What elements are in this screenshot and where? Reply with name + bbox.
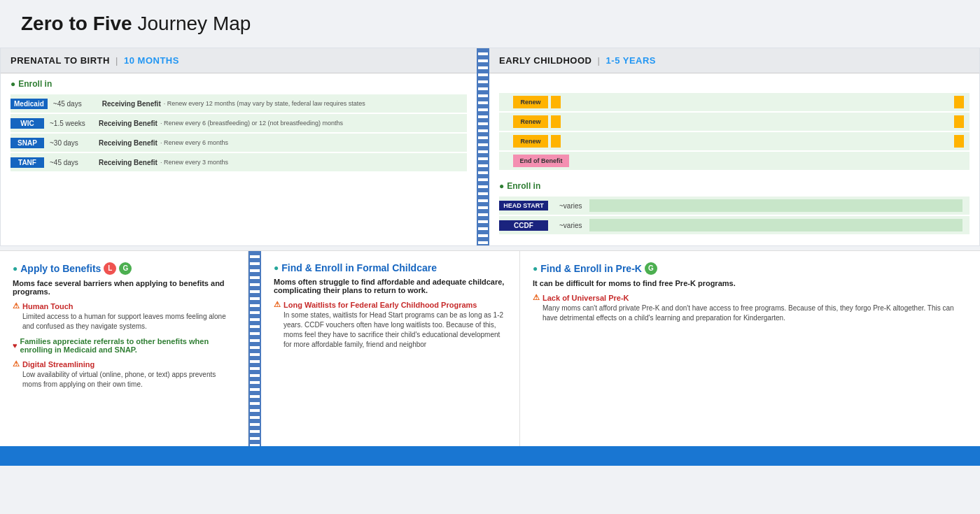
phase-left-header: PRENATAL TO BIRTH | 10 MONTHS [1,48,477,73]
enroll-section-right-spacer [489,73,979,93]
badge-g-2: G [645,262,657,275]
spacer [499,79,969,90]
wic-renew-bar: Renew [513,115,548,128]
tanf-end-bar: End of Benefit [513,155,569,167]
insight-item-prek-title: ⚠ Lack of Universal Pre-K [533,293,967,302]
insight-item-digital: ⚠ Digital Streamlining Low availability … [13,359,235,390]
wic-yellow2 [954,115,964,128]
waitlists-text: In some states, waitlists for Head Start… [274,310,507,350]
program-row-ccdf: CCDF ~varies [499,216,969,234]
insight-item-human-touch: ⚠ Human Touch Limited access to a human … [13,301,235,331]
phase-right: EARLY CHILDHOOD | 1-5 YEARS Renew Renew [489,48,979,245]
tag-tanf: TANF [10,157,44,168]
right-benefit-row-wic: Renew [499,113,969,131]
snap-wait: ~30 days [50,139,92,147]
snap-yellow1 [551,135,561,148]
enroll-label-right: Enroll in [499,181,969,191]
program-row-headstart: HEAD START ~varies [499,197,969,215]
headstart-varies: ~varies [559,202,582,210]
right-benefit-row-medicaid: Renew [499,93,969,111]
benefit-row-medicaid: Medicaid ~45 days Receiving Benefit · Re… [10,94,467,113]
phase-divider [477,48,489,245]
benefit-rows-left: Medicaid ~45 days Receiving Benefit · Re… [1,94,477,171]
insight-item-families: ♥ Families appreciate referrals to other… [13,337,235,354]
enroll-label-left: Enroll in [10,79,467,89]
insight-title-right: Find & Enroll in Pre-K G [533,262,967,275]
digital-text: Low availability of virtual (online, pho… [13,370,235,390]
medicaid-renew-bar: Renew [513,96,548,108]
phase-right-duration: 1-5 YEARS [606,55,656,66]
benefit-row-wic: WIC ~1.5 weeks Receiving Benefit · Renew… [10,114,467,132]
spacer-left [1,173,477,194]
phase-left: PRENATAL TO BIRTH | 10 MONTHS Enroll in … [1,48,477,245]
insight-col-right: Find & Enroll in Pre-K G It can be diffi… [520,251,980,446]
headstart-bar [589,199,962,212]
snap-renew: · Renew every 6 months [160,139,228,146]
wic-renew: · Renew every 6 (breastfeeding) or 12 (n… [160,120,343,127]
waitlists-label: Long Waitlists for Federal Early Childho… [284,301,477,309]
enroll-section-left: Enroll in [1,73,477,94]
phase-left-title: PRENATAL TO BIRTH [10,55,110,66]
snap-yellow2 [954,135,964,148]
tag-ccdf: CCDF [499,220,548,231]
ccdf-bar [589,219,962,231]
right-benefit-row-snap: Renew [499,132,969,150]
snap-receiving: Receiving Benefit [99,139,158,147]
program-rows: HEAD START ~varies CCDF ~varies [489,197,979,234]
heart-icon: ♥ [13,341,18,350]
benefit-row-tanf: TANF ~45 days Receiving Benefit · Renew … [10,153,467,171]
badge-g: G [119,262,132,275]
title-light: Journey Map [132,13,251,34]
prek-text: Many moms can't afford private Pre-K and… [533,304,967,323]
insight-desc-right: It can be difficult for moms to find fre… [533,279,967,287]
tag-medicaid: Medicaid [10,99,48,109]
phase-right-header: EARLY CHILDHOOD | 1-5 YEARS [489,48,979,73]
snap-renew-bar: Renew [513,135,548,148]
human-touch-label: Human Touch [22,302,74,310]
benefit-row-snap: SNAP ~30 days Receiving Benefit · Renew … [10,134,467,152]
phases-row: PRENATAL TO BIRTH | 10 MONTHS Enroll in … [0,48,980,246]
tag-headstart: HEAD START [499,201,548,210]
insight-desc-left: Moms face several barriers when applying… [13,279,235,296]
warning-icon-3: ⚠ [274,300,281,309]
medicaid-yellow2 [954,96,964,108]
tanf-wait: ~45 days [50,159,92,166]
wic-yellow1 [551,115,561,128]
human-touch-text: Limited access to a human for support le… [13,312,235,331]
tag-snap: SNAP [10,138,44,148]
families-label: Families appreciate referrals to other b… [20,337,235,354]
phase-left-duration: 10 MONTHS [124,55,179,66]
digital-label: Digital Streamlining [22,360,94,369]
warning-icon: ⚠ [13,301,20,310]
insight-item-families-title: ♥ Families appreciate referrals to other… [13,337,235,354]
phase-right-title: EARLY CHILDHOOD [499,55,592,66]
insight-col-left: Apply to Benefits L G Moms face several … [0,251,248,446]
tanf-receiving: Receiving Benefit [99,159,158,166]
medicaid-yellow1 [551,96,561,108]
bottom-bar [0,446,980,466]
warning-icon-2: ⚠ [13,359,20,369]
insights-row: Apply to Benefits L G Moms face several … [0,250,980,446]
tag-wic: WIC [10,118,44,129]
wic-receiving: Receiving Benefit [99,120,158,127]
insight-divider [248,251,261,446]
medicaid-wait: ~45 days [53,100,95,108]
insight-item-waitlists-title: ⚠ Long Waitlists for Federal Early Child… [274,300,507,309]
spacer-right [489,236,979,245]
insight-title-left-text: Apply to Benefits [20,263,101,274]
enroll-section-right: Enroll in [489,176,979,197]
badge-l: L [104,262,116,275]
insight-item-waitlists: ⚠ Long Waitlists for Federal Early Child… [274,300,507,350]
insight-col-mid: Find & Enroll in Formal Childcare Moms o… [261,251,520,446]
insight-item-universal-prek: ⚠ Lack of Universal Pre-K Many moms can'… [533,293,967,323]
insight-title-mid: Find & Enroll in Formal Childcare [274,262,507,273]
page-wrapper: Zero to Five Journey Map PRENATAL TO BIR… [0,0,980,514]
insight-title-left: Apply to Benefits L G [13,262,235,275]
medicaid-renew: · Renew every 12 months (may vary by sta… [164,100,365,107]
right-benefit-row-tanf: End of Benefit [499,152,969,170]
insight-desc-mid: Moms often struggle to find affordable a… [274,278,507,294]
page-title: Zero to Five Journey Map [21,13,959,35]
ccdf-varies: ~varies [559,222,582,229]
page-header: Zero to Five Journey Map [0,0,980,42]
prek-label: Lack of Universal Pre-K [542,294,629,302]
